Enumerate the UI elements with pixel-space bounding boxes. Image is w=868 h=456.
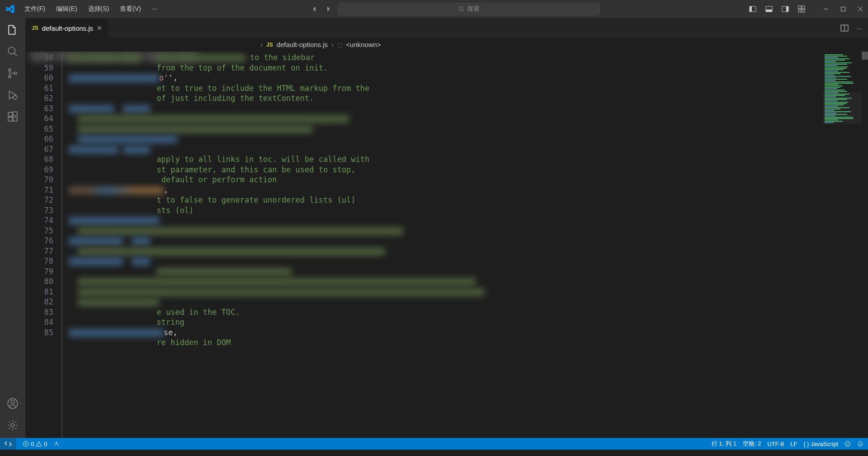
svg-point-16 — [13, 95, 17, 100]
search-icon[interactable] — [6, 45, 19, 58]
layout-sidebar-left-icon[interactable] — [749, 5, 757, 13]
ports-status[interactable] — [53, 441, 60, 447]
eol[interactable]: LF — [790, 441, 797, 447]
svg-point-15 — [14, 72, 17, 74]
svg-point-13 — [9, 69, 11, 71]
svg-point-12 — [8, 47, 15, 54]
svg-rect-9 — [798, 10, 801, 12]
window-minimize-icon[interactable] — [822, 5, 830, 13]
run-debug-icon[interactable] — [6, 89, 19, 101]
menu-bar: 文件(F) 编辑(E) 选择(S) 查看(V) ··· — [20, 3, 162, 15]
window-close-icon[interactable] — [856, 5, 864, 13]
activity-bar — [0, 18, 25, 438]
notifications-icon[interactable] — [857, 441, 863, 447]
encoding[interactable]: UTF-8 — [767, 441, 784, 447]
minimap-slider[interactable] — [823, 92, 862, 124]
svg-rect-18 — [8, 117, 12, 121]
chevron-right-icon: › — [331, 41, 334, 48]
svg-rect-20 — [13, 112, 17, 116]
svg-point-26 — [845, 441, 850, 446]
nav-back-icon[interactable] — [311, 5, 319, 13]
tab-default-options[interactable]: JS default-options.js ✕ — [25, 18, 109, 38]
problems-status[interactable]: 0 0 — [23, 441, 47, 447]
svg-point-14 — [9, 76, 11, 78]
svg-rect-10 — [802, 10, 805, 12]
svg-rect-8 — [802, 6, 805, 9]
split-editor-icon[interactable] — [840, 24, 849, 32]
close-tab-icon[interactable]: ✕ — [97, 24, 102, 32]
title-bar: 文件(F) 编辑(E) 选择(S) 查看(V) ··· 搜索 — [0, 0, 868, 18]
svg-point-0 — [459, 7, 463, 11]
breadcrumb-symbol[interactable]: <unknown> — [346, 41, 381, 48]
status-bar: 0 0 行 1, 列 1 空格: 2 UTF-8 LF { } JavaScri… — [0, 438, 868, 450]
svg-rect-7 — [798, 6, 801, 9]
svg-rect-19 — [13, 117, 17, 121]
language-mode[interactable]: { } JavaScript — [803, 441, 838, 447]
chevron-right-icon: › — [260, 41, 263, 48]
layout-customize-icon[interactable] — [797, 5, 806, 13]
js-file-icon: JS — [266, 42, 273, 48]
indentation[interactable]: 空格: 2 — [743, 440, 761, 448]
minimap[interactable] — [823, 52, 868, 438]
menu-view[interactable]: 查看(V) — [115, 3, 146, 15]
extensions-icon[interactable] — [6, 110, 19, 123]
svg-point-22 — [11, 400, 14, 404]
svg-point-23 — [11, 423, 14, 427]
command-center-search[interactable]: 搜索 — [338, 3, 600, 15]
scrollbar-icon[interactable] — [862, 52, 868, 60]
tab-bar: JS default-options.js ✕ ··· — [25, 18, 868, 38]
editor-content[interactable]: to the sidebar from the top of the docum… — [62, 52, 868, 438]
vscode-logo-icon — [4, 3, 16, 15]
accounts-icon[interactable] — [6, 397, 19, 410]
menu-edit[interactable]: 编辑(E) — [52, 3, 82, 15]
layout-panel-icon[interactable] — [765, 5, 773, 13]
menu-overflow[interactable]: ··· — [147, 3, 162, 15]
search-placeholder: 搜索 — [467, 5, 480, 13]
feedback-icon[interactable] — [844, 441, 851, 447]
line-gutter: 58 59 60 61 62 63 64 65 66 67 68 69 70 7… — [25, 52, 61, 438]
js-file-icon: JS — [32, 25, 38, 31]
svg-point-28 — [848, 442, 849, 443]
breadcrumb-file[interactable]: default-options.js — [277, 41, 328, 48]
menu-file[interactable]: 文件(F) — [20, 3, 50, 15]
cursor-position[interactable]: 行 1, 列 1 — [712, 440, 736, 448]
editor-area: JS default-options.js ✕ ··· › JS default… — [25, 18, 868, 438]
breadcrumbs[interactable]: › JS default-options.js › ⬚ <unknown> — [25, 38, 868, 52]
window-maximize-icon[interactable] — [839, 5, 847, 13]
svg-rect-6 — [786, 6, 788, 12]
svg-rect-11 — [841, 7, 845, 11]
source-control-icon[interactable] — [6, 67, 19, 80]
layout-sidebar-right-icon[interactable] — [781, 5, 789, 13]
menu-select[interactable]: 选择(S) — [84, 3, 114, 15]
remote-icon[interactable] — [0, 438, 16, 450]
symbol-icon: ⬚ — [337, 42, 342, 48]
svg-rect-4 — [766, 10, 772, 12]
settings-gear-icon[interactable] — [6, 419, 19, 432]
explorer-icon[interactable] — [6, 24, 19, 36]
more-actions-icon[interactable]: ··· — [857, 25, 862, 32]
svg-rect-17 — [8, 112, 12, 116]
nav-forward-icon[interactable] — [324, 5, 332, 13]
svg-rect-2 — [750, 6, 752, 12]
tab-label: default-options.js — [42, 24, 93, 32]
svg-point-27 — [846, 442, 847, 443]
